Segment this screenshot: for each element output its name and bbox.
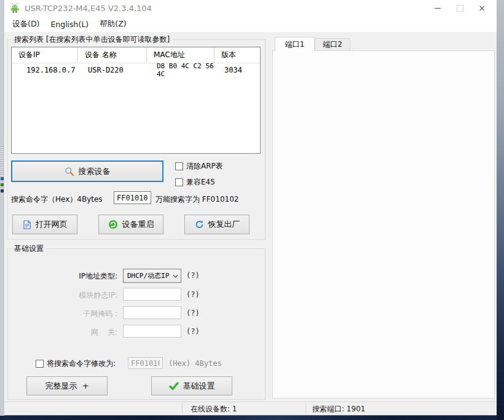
open-webpage-button[interactable]: 打开网页 xyxy=(12,215,77,234)
search-cmd-label: 搜索命令字（Hex）4Bytes xyxy=(11,194,103,205)
gateway-input[interactable] xyxy=(123,325,181,338)
menu-bar: 设备(D) English(L) 帮助(Z) xyxy=(4,16,497,32)
menu-help[interactable]: 帮助(Z) xyxy=(94,17,132,31)
window-title: USR-TCP232-M4,E45 V2.3.4.104 xyxy=(25,4,152,13)
clear-arp-checkbox[interactable]: 清除ARP表 xyxy=(175,161,223,172)
search-port-status: 搜索端口: 1901 xyxy=(312,404,365,414)
device-table-header: 设备IP 设备 名称 MAC地址 版本 xyxy=(12,47,260,63)
tab-port2-label: 端口2 xyxy=(323,39,342,50)
clear-arp-label: 清除ARP表 xyxy=(186,161,223,172)
maximize-icon xyxy=(457,5,463,12)
subnet-mask-input[interactable] xyxy=(123,306,181,319)
help-link[interactable]: (?) xyxy=(186,309,200,317)
cell-device-name: USR-D220 xyxy=(78,66,147,74)
app-window: USR-TCP232-M4,E45 V2.3.4.104 × 设备(D) Eng… xyxy=(4,0,497,416)
universal-cmd-text: 万能搜索字为 FF010102 xyxy=(156,194,238,205)
tab-port1-label: 端口1 xyxy=(285,39,305,50)
menu-device[interactable]: 设备(D) xyxy=(7,17,45,31)
help-link[interactable]: (?) xyxy=(186,271,200,280)
checkbox-icon xyxy=(175,178,183,186)
col-mac: MAC地址 xyxy=(147,47,215,63)
app-robot-icon xyxy=(10,3,20,13)
col-version: 版本 xyxy=(215,47,260,63)
title-bar: USR-TCP232-M4,E45 V2.3.4.104 × xyxy=(4,0,497,16)
close-icon: × xyxy=(478,4,486,12)
webpage-icon xyxy=(23,220,31,229)
full-display-label: 完整显示 + xyxy=(45,381,89,392)
background-mini-icon xyxy=(1,183,4,186)
gateway-label: 网 关: xyxy=(49,327,117,338)
search-icon xyxy=(65,167,74,176)
modify-cmd-hint: (Hex) 4Bytes xyxy=(168,359,222,368)
compat-e45-label: 兼容E45 xyxy=(186,177,215,188)
device-table: 设备IP 设备 名称 MAC地址 版本 192.168.0.7 USR-D220… xyxy=(11,47,261,154)
ip-type-combo[interactable]: DHCP/动态IP xyxy=(123,269,181,283)
ip-type-label: IP地址类型: xyxy=(49,271,117,282)
background-mini-icon xyxy=(1,189,4,192)
tab-port2[interactable]: 端口2 xyxy=(315,38,350,51)
restart-device-button[interactable]: 设备重启 xyxy=(98,215,163,234)
table-row[interactable]: 192.168.0.7 USR-D220 D8 B0 4C C2 56 4C 3… xyxy=(12,63,260,77)
background-mini-icon xyxy=(1,177,4,180)
menu-english[interactable]: English(L) xyxy=(45,18,94,31)
ip-type-value: DHCP/动态IP xyxy=(127,271,169,280)
factory-reset-button[interactable]: 恢复出厂 xyxy=(184,215,250,234)
modify-cmd-input[interactable] xyxy=(128,357,163,369)
factory-reset-label: 恢复出厂 xyxy=(208,219,240,230)
help-link[interactable]: (?) xyxy=(186,290,200,299)
chevron-down-icon xyxy=(173,274,178,278)
basic-settings-apply-button[interactable]: 基础设置 xyxy=(151,376,232,395)
modify-cmd-label: 将搜索命令字修改为: xyxy=(47,359,116,369)
tab-port1[interactable]: 端口1 xyxy=(275,37,315,51)
static-ip-input[interactable] xyxy=(123,288,181,301)
minimize-button[interactable] xyxy=(427,0,449,16)
background-scrollbar-texture xyxy=(1,146,4,176)
desktop-background xyxy=(497,0,504,420)
compat-e45-checkbox[interactable]: 兼容E45 xyxy=(175,177,215,188)
checkbox-icon xyxy=(36,360,44,368)
restart-icon xyxy=(108,220,118,229)
subnet-mask-label: 子网掩码 : xyxy=(49,309,117,319)
status-separator xyxy=(305,403,306,413)
online-devices-status: 在线设备数: 1 xyxy=(191,404,237,414)
status-bar xyxy=(4,402,497,415)
minimize-icon xyxy=(435,8,441,9)
cell-mac: D8 B0 4C C2 56 4C xyxy=(147,62,215,78)
col-device-name: 设备 名称 xyxy=(78,47,147,63)
status-separator xyxy=(182,403,183,413)
port1-tab-page xyxy=(272,50,495,398)
static-ip-label: 模块静态IP: xyxy=(49,290,117,301)
checkbox-icon xyxy=(175,162,183,170)
basic-settings-group-title: 基础设置 xyxy=(12,244,46,254)
search-list-group-title: 搜索列表 [在搜索列表中单击设备即可读取参数] xyxy=(12,34,172,45)
search-cmd-input[interactable] xyxy=(114,191,151,204)
restart-device-label: 设备重启 xyxy=(122,219,154,230)
factory-reset-icon xyxy=(194,220,204,229)
modify-cmd-checkbox[interactable]: 将搜索命令字修改为: xyxy=(36,359,116,369)
search-device-button[interactable]: 搜索设备 xyxy=(11,160,163,182)
basic-settings-apply-label: 基础设置 xyxy=(183,381,215,392)
cell-device-ip: 192.168.0.7 xyxy=(12,66,78,74)
maximize-button[interactable] xyxy=(449,0,471,16)
search-device-label: 搜索设备 xyxy=(79,166,111,177)
open-webpage-label: 打开网页 xyxy=(36,219,68,230)
check-icon xyxy=(169,382,179,390)
help-link[interactable]: (?) xyxy=(186,327,200,336)
col-device-ip: 设备IP xyxy=(12,47,78,63)
close-button[interactable]: × xyxy=(471,0,493,16)
full-display-button[interactable]: 完整显示 + xyxy=(26,376,108,395)
cell-version: 3034 xyxy=(215,66,260,74)
